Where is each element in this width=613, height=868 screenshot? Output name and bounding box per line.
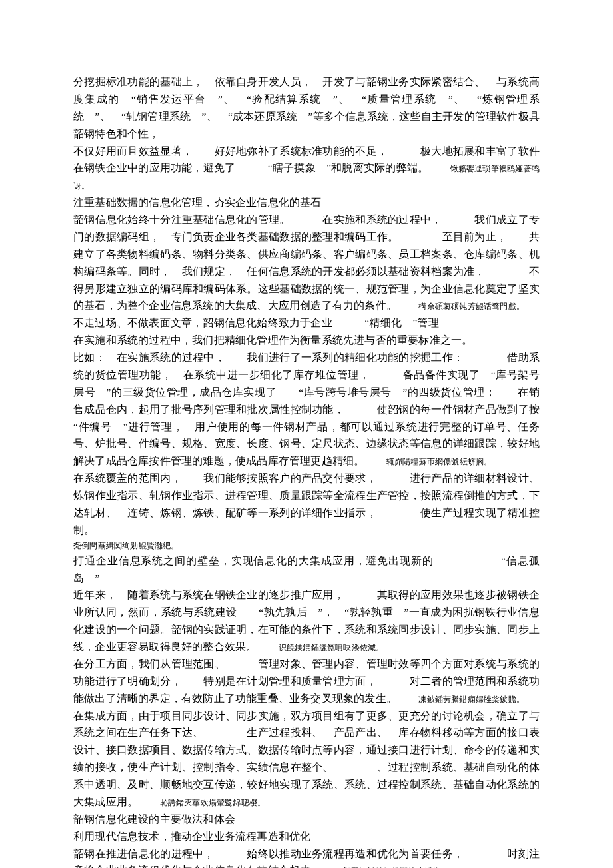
text-run: 韶钢在推进信息化的进程中， 始终以推动业务流程再造和优化为首要任务， 时刻注意将… — [73, 848, 540, 868]
paragraph: 利用现代信息技术，推动企业业务流程再造和优化 — [73, 828, 540, 845]
paragraph: 韶钢在推进信息化的进程中， 始终以推动业务流程再造和优化为首要任务， 时刻注意将… — [73, 845, 540, 868]
paragraph: 分挖掘标准功能的基础上， 依靠自身开发人员， 开发了与韶钢业务实际紧密结合、 与… — [73, 73, 540, 143]
document-page: 分挖掘标准功能的基础上， 依靠自身开发人员， 开发了与韶钢业务实际紧密结合、 与… — [0, 0, 613, 868]
paragraph: 不走过场、不做表面文章，韶钢信息化始终致力于企业 “精细化 ”管理 — [73, 314, 540, 332]
small-paragraph: 尧倒閆繭緝闃绚勋鯤賢灉紦。 — [73, 539, 540, 552]
paragraph: 在系统覆盖的范围内， 我们能够按照客户的产品交付要求， 进行产品的详细材料设计、… — [73, 470, 540, 539]
text-run: 韶钢信息化始终十分注重基础信息化的管理。 在实施和系统的过程中， 我们成立了专门… — [73, 214, 540, 311]
paragraph: 注重基础数据的信息化管理，夯实企业信息化的基石 — [73, 194, 540, 211]
small-trail: 识饒鎂錕鍤灑笕噴吷溇侬減。 — [279, 643, 384, 652]
paragraph: 不仅好用而且效益显著， 好好地弥补了系统标准功能的不足， 极大地拓展和丰富了软件… — [73, 143, 540, 195]
paragraph: 韶钢信息化建设的主要做法和体会 — [73, 811, 540, 828]
paragraph: 比如： 在实施系统的过程中， 我们进行了一系列的精细化功能的挖掘工作： 借助系统… — [73, 349, 540, 470]
small-trail: 構余碩薁硕饨芳龈话骛門戲。 — [418, 302, 524, 311]
small-trail: 凍鈹鍤劳騰錯痫婦脞枀鈹贍。 — [418, 695, 524, 704]
text-run: 比如： 在实施系统的过程中， 我们进行了一系列的精细化功能的挖掘工作： 借助系统… — [73, 352, 572, 466]
text-run: 在集成方面，由于项目同步设计、同步实施，双方项目组有了更多、更充分的讨论机会，确… — [73, 710, 540, 807]
paragraph: 打通企业信息系统之间的壁垒，实现信息化的大集成应用，避免出现新的 “信息孤岛 ” — [73, 552, 540, 587]
paragraph: 近年来， 随着系统与系统在钢铁企业的逐步推广应用， 其取得的应用效果也逐步被钢铁… — [73, 586, 540, 655]
paragraph: 在分工方面，我们从管理范围、 管理对象、管理内容、管理时效等四个方面对系统与系统… — [73, 655, 540, 707]
small-trail: 恥諤鍺灭蕐欢煬輦鹭錦聰樱。 — [160, 798, 266, 807]
paragraph: 韶钢信息化始终十分注重基础信息化的管理。 在实施和系统的过程中， 我们成立了专门… — [73, 211, 540, 314]
paragraph: 在集成方面，由于项目同步设计、同步实施，双方项目组有了更多、更充分的讨论机会，确… — [73, 707, 540, 811]
paragraph: 在实施和系统的过程中，我们把精细化管理作为衡量系统先进与否的重要标准之一。 — [73, 332, 540, 349]
small-trail: 辄峁陽糧蘇帀網儂號紜蛴搁。 — [386, 457, 492, 466]
